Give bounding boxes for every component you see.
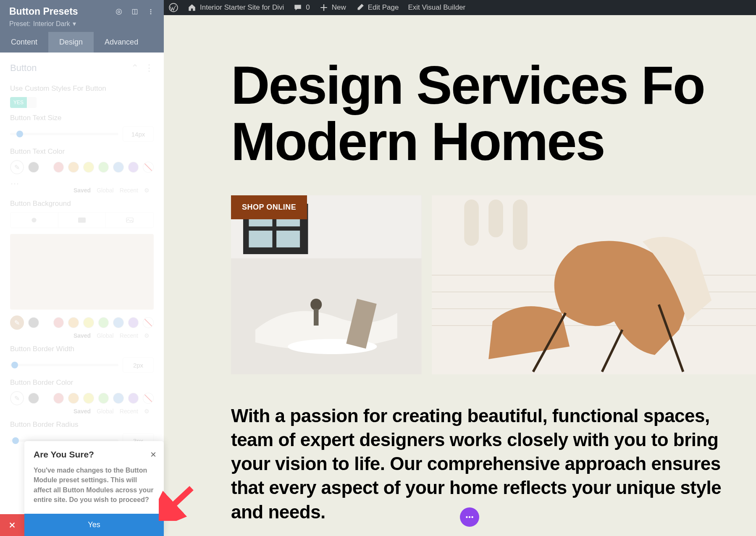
meta-saved[interactable]: Saved: [74, 187, 91, 194]
comment-icon: [293, 3, 302, 12]
slider-thumb: [16, 131, 23, 137]
hero-line-2: Modern Homes: [231, 113, 756, 170]
palette-meta: Saved Global Recent ⚙: [74, 332, 154, 339]
help-icon[interactable]: [115, 8, 123, 16]
swatch[interactable]: [113, 162, 124, 173]
svg-point-34: [466, 516, 467, 518]
swatch[interactable]: [128, 317, 139, 328]
tab-design[interactable]: Design: [48, 32, 94, 53]
swatch-none[interactable]: [143, 393, 154, 404]
section-title: Button: [10, 63, 37, 74]
border-color-label: Button Border Color: [10, 378, 154, 387]
wp-admin-bar: Interior Starter Site for Divi 0 New Edi…: [164, 0, 756, 15]
border-radius-label: Button Border Radius: [10, 420, 154, 429]
new-link[interactable]: New: [319, 3, 346, 12]
cancel-button[interactable]: [0, 514, 24, 536]
eyedropper-icon[interactable]: ✎: [10, 160, 24, 174]
swatch[interactable]: [68, 317, 79, 328]
meta-recent[interactable]: Recent: [120, 332, 138, 339]
image-right: [432, 195, 756, 374]
hero-images: SHOP ONLINE: [231, 195, 756, 374]
bg-swatches: ✎: [10, 315, 154, 330]
border-width-value[interactable]: 2px: [123, 357, 154, 373]
divi-fab-button[interactable]: [460, 507, 479, 527]
tab-advanced[interactable]: Advanced: [94, 32, 149, 53]
svg-point-2: [118, 11, 120, 13]
bg-tab-image[interactable]: [106, 213, 153, 228]
swatch[interactable]: [68, 162, 79, 173]
sidebar-header: Button Presets Preset: Interior Dark ▾: [0, 0, 164, 32]
close-icon[interactable]: ×: [150, 449, 156, 460]
expand-icon[interactable]: [131, 8, 139, 16]
plus-icon: [319, 3, 328, 12]
swatch[interactable]: [113, 317, 124, 328]
swatch[interactable]: [68, 393, 79, 404]
meta-recent[interactable]: Recent: [120, 187, 138, 194]
meta-global[interactable]: Global: [97, 332, 113, 339]
text-size-value[interactable]: 14px: [123, 126, 154, 142]
swatch-grey[interactable]: [28, 162, 39, 173]
svg-point-1: [116, 9, 122, 14]
exit-vb-link[interactable]: Exit Visual Builder: [408, 3, 466, 12]
meta-saved[interactable]: Saved: [74, 408, 91, 415]
bg-tab-color[interactable]: [10, 213, 58, 228]
shop-online-button[interactable]: SHOP ONLINE: [231, 195, 307, 219]
comments-link[interactable]: 0: [293, 3, 310, 12]
svg-point-5: [150, 9, 152, 10]
svg-point-21: [310, 299, 322, 310]
settings-sidebar: Button Presets Preset: Interior Dark ▾ C…: [0, 0, 164, 536]
preset-selector[interactable]: Preset: Interior Dark ▾: [9, 20, 155, 28]
svg-point-7: [150, 13, 152, 14]
exit-vb-label: Exit Visual Builder: [408, 3, 466, 12]
gear-icon[interactable]: ⚙: [144, 408, 150, 415]
swatch-grey[interactable]: [28, 317, 39, 328]
tab-content[interactable]: Content: [0, 32, 48, 53]
swatch[interactable]: [128, 393, 139, 404]
swatch[interactable]: [53, 393, 64, 404]
background-preview[interactable]: [10, 234, 154, 310]
chevron-up-icon: ⌃: [131, 63, 139, 74]
section-button[interactable]: Button ⌃ ⋮: [10, 59, 154, 79]
meta-global[interactable]: Global: [97, 408, 113, 415]
swatch-none[interactable]: [143, 317, 154, 328]
swatch[interactable]: [113, 393, 124, 404]
new-label: New: [332, 3, 346, 12]
swatch[interactable]: [53, 317, 64, 328]
swatch[interactable]: [53, 162, 64, 173]
gear-icon[interactable]: ⚙: [144, 187, 150, 194]
gear-icon[interactable]: ⚙: [144, 332, 150, 339]
bg-tab-gradient[interactable]: [58, 213, 106, 228]
palette-meta: Saved Global Recent ⚙: [74, 408, 154, 415]
eyedropper-icon[interactable]: ✎: [10, 315, 24, 330]
swatch[interactable]: [98, 393, 109, 404]
swatch[interactable]: [83, 162, 94, 173]
swatch-grey[interactable]: [28, 393, 39, 404]
svg-point-35: [469, 516, 470, 518]
modal-yes-button[interactable]: Yes: [24, 514, 164, 536]
swatch-none[interactable]: [143, 162, 154, 173]
swatch[interactable]: [98, 162, 109, 173]
site-name-link[interactable]: Interior Starter Site for Divi: [187, 3, 284, 12]
kebab-icon: ⋮: [144, 63, 154, 74]
kebab-icon[interactable]: [147, 8, 155, 16]
text-size-slider[interactable]: [10, 133, 118, 135]
site-name: Interior Starter Site for Divi: [200, 3, 284, 12]
modal-title: Are You Sure?: [34, 449, 155, 460]
pencil-icon: [355, 3, 365, 12]
use-custom-toggle[interactable]: YES: [10, 97, 37, 108]
home-icon: [187, 3, 197, 12]
eyedropper-icon[interactable]: ✎: [10, 391, 24, 405]
svg-rect-26: [513, 200, 528, 250]
swatch[interactable]: [83, 317, 94, 328]
border-width-slider[interactable]: [10, 364, 118, 366]
meta-recent[interactable]: Recent: [120, 408, 138, 415]
edit-page-link[interactable]: Edit Page: [355, 3, 399, 12]
swatch[interactable]: [128, 162, 139, 173]
meta-global[interactable]: Global: [97, 187, 113, 194]
swatch[interactable]: [83, 393, 94, 404]
background-tabs: [10, 212, 154, 228]
meta-saved[interactable]: Saved: [74, 332, 91, 339]
wp-logo[interactable]: [169, 3, 178, 12]
swatch[interactable]: [98, 317, 109, 328]
svg-point-8: [32, 218, 37, 222]
